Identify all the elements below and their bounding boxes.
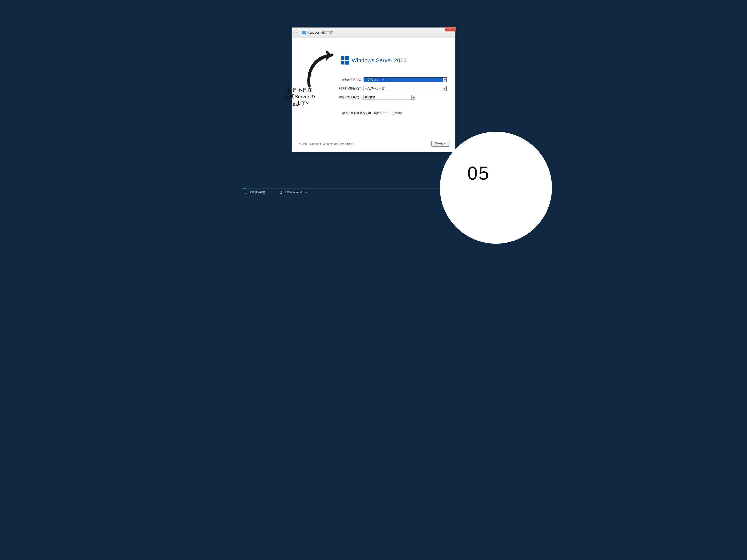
brand-row: Windows Server 2016 bbox=[299, 56, 448, 64]
windows-flag-icon bbox=[302, 31, 306, 35]
language-label: 要安装的语言(E): bbox=[330, 78, 364, 82]
annotation-line-1: 这是不是在 bbox=[285, 87, 315, 93]
time-value: 中文(简体，中国) bbox=[365, 87, 385, 90]
language-row: 要安装的语言(E): 中文(简体，中国) bbox=[330, 77, 446, 82]
back-arrow-icon bbox=[295, 31, 299, 34]
close-icon bbox=[449, 28, 452, 30]
installer-window: Windows 安装程序 Windows Server 2016 要安装的语言(… bbox=[291, 27, 456, 152]
time-label: 时间和货币格式(T): bbox=[330, 87, 364, 90]
time-row: 时间和货币格式(T): 中文(简体，中国) bbox=[330, 86, 446, 91]
back-button[interactable] bbox=[293, 29, 300, 36]
language-value: 中文(简体，中国) bbox=[365, 78, 385, 82]
language-select[interactable]: 中文(简体，中国) bbox=[364, 77, 446, 82]
window-content: Windows Server 2016 要安装的语言(E): 中文(简体，中国)… bbox=[292, 38, 455, 152]
slide-number: 05 bbox=[467, 163, 490, 184]
next-button[interactable]: 下一步(N) bbox=[431, 141, 449, 146]
window-title: Windows 安装程序 bbox=[308, 31, 333, 35]
step-2-number: 2 bbox=[280, 190, 282, 195]
step-1-label: 正在收集信息 bbox=[249, 190, 265, 194]
instruction-text: 输入语言和其他首选项，然后单击"下一步"继续。 bbox=[299, 111, 448, 115]
keyboard-label: 键盘和输入方法(K): bbox=[330, 96, 364, 99]
time-select[interactable]: 中文(简体，中国) bbox=[364, 86, 446, 91]
close-button[interactable] bbox=[445, 27, 456, 31]
step-2-label: 正在安装 Windows bbox=[284, 190, 307, 194]
brand-text: Windows Server 2016 bbox=[352, 57, 407, 64]
annotation-text: 这是不是在 证明Server19 退步了? bbox=[285, 87, 315, 107]
corner-circle bbox=[440, 132, 552, 244]
chevron-down-icon[interactable] bbox=[443, 86, 446, 91]
windows-logo-icon bbox=[341, 56, 349, 64]
step-install-windows: 2 正在安装 Windows bbox=[280, 190, 307, 195]
setup-form: 要安装的语言(E): 中文(简体，中国) 时间和货币格式(T): 中文(简体，中… bbox=[330, 77, 446, 100]
chevron-down-icon[interactable] bbox=[411, 95, 415, 100]
copyright-text: © 2016 Microsoft Corporation。保留所有权利。 bbox=[299, 142, 356, 145]
chevron-down-icon[interactable] bbox=[443, 78, 446, 82]
step-collect-info: 1 正在收集信息 bbox=[245, 190, 265, 195]
keyboard-row: 键盘和输入方法(K): 微软拼音 bbox=[330, 95, 446, 100]
annotation-line-2: 证明Server19 bbox=[285, 93, 315, 100]
keyboard-select[interactable]: 微软拼音 bbox=[364, 95, 415, 100]
window-footer: © 2016 Microsoft Corporation。保留所有权利。 下一步… bbox=[299, 141, 449, 146]
titlebar: Windows 安装程序 bbox=[292, 28, 455, 38]
screen: Windows 安装程序 Windows Server 2016 要安装的语言(… bbox=[243, 0, 504, 196]
keyboard-value: 微软拼音 bbox=[365, 96, 376, 99]
annotation-line-3: 退步了? bbox=[285, 100, 315, 107]
step-1-number: 1 bbox=[245, 190, 247, 195]
